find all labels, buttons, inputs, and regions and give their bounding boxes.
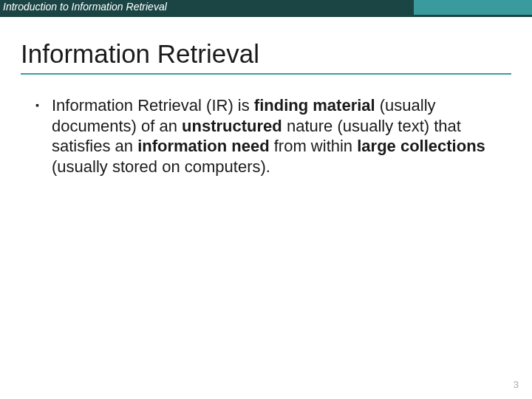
- title-underline: [21, 73, 511, 75]
- title-area: Information Retrieval: [0, 17, 532, 82]
- bullet-text-seg9: (usually stored on computers).: [52, 157, 270, 176]
- bullet-text-seg4: unstructured: [182, 117, 282, 135]
- bullet-text-seg6: information need: [137, 137, 269, 155]
- bullet-text-seg7: from within: [270, 137, 358, 155]
- bullet-item: ▪ Information Retrieval (IR) is finding …: [35, 95, 511, 177]
- content-area: ▪ Information Retrieval (IR) is finding …: [0, 82, 532, 177]
- bullet-text-seg2: finding material: [254, 96, 375, 115]
- bullet-marker-icon: ▪: [35, 99, 39, 112]
- page-number: 3: [514, 379, 519, 390]
- bullet-text-seg1: Information Retrieval (IR) is: [52, 96, 254, 115]
- slide-title: Information Retrieval: [21, 39, 511, 69]
- bullet-text-seg8: large collections: [357, 137, 485, 155]
- header-teal-section: [414, 0, 532, 15]
- header-course-label: Introduction to Information Retrieval: [3, 1, 167, 13]
